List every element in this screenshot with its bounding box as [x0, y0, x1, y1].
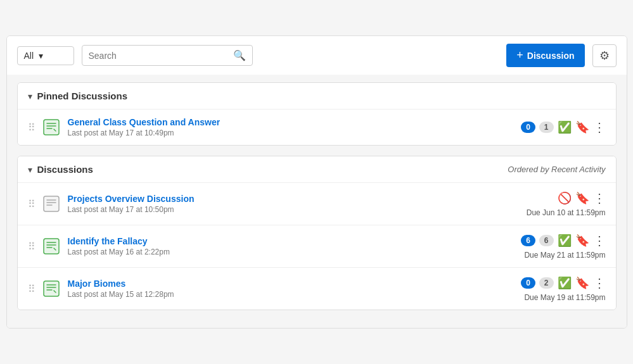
check-icon[interactable]: ✅: [558, 234, 572, 248]
list-item: ⠿ Major Biomes Last post at May 15 at 12…: [18, 267, 616, 310]
pinned-section: ▾ Pinned Discussions ⠿ General Class Que…: [17, 82, 617, 146]
plus-icon: +: [516, 49, 523, 62]
filter-selected-value: All: [24, 51, 34, 61]
action-row: 🚫 🔖 ⋮: [558, 191, 606, 206]
svg-rect-1: [44, 196, 59, 211]
reply-badge: 2: [539, 277, 554, 289]
discussions-section: ▾ Discussions Ordered by Recent Activity…: [17, 156, 617, 310]
list-item: ⠿ Projects Overview Discussion Last post…: [18, 182, 616, 225]
discussion-info: Major Biomes Last post at May 15 at 12:2…: [68, 279, 515, 299]
pinned-section-title: Pinned Discussions: [37, 91, 128, 101]
search-icon: 🔍: [233, 49, 246, 61]
new-discussion-button[interactable]: + Discussion: [506, 44, 584, 67]
drag-handle-icon[interactable]: ⠿: [28, 241, 35, 253]
search-box: 🔍: [82, 45, 253, 66]
settings-button[interactable]: ⚙: [592, 44, 617, 67]
reply-badge: 1: [539, 122, 554, 133]
svg-rect-0: [44, 120, 59, 135]
action-group: 0 1 ✅ 🔖 ⋮: [521, 120, 605, 135]
filter-dropdown[interactable]: All ▾: [17, 46, 74, 65]
discussion-type-icon: [41, 279, 61, 299]
action-group: 0 2 ✅ 🔖 ⋮ Due May 19 at 11:59pm: [521, 275, 605, 302]
search-input[interactable]: [89, 51, 228, 61]
more-options-icon[interactable]: ⋮: [593, 233, 606, 248]
action-group: 6 6 ✅ 🔖 ⋮ Due May 21 at 11:59pm: [521, 233, 605, 260]
pinned-title-group: ▾ Pinned Discussions: [28, 91, 128, 101]
chevron-down-icon: ▾: [39, 51, 43, 61]
svg-rect-2: [44, 239, 59, 254]
reply-badge: 6: [539, 235, 554, 246]
check-icon[interactable]: ✅: [558, 120, 572, 134]
bookmark-filled-icon[interactable]: 🔖: [575, 191, 589, 205]
discussions-section-header: ▾ Discussions Ordered by Recent Activity: [18, 156, 616, 182]
new-discussion-label: Discussion: [527, 51, 575, 61]
app-container: All ▾ 🔍 + Discussion ⚙ ▾ Pinned Discussi…: [6, 35, 627, 329]
collapse-icon[interactable]: ▾: [28, 91, 32, 101]
action-row: 6 6 ✅ 🔖 ⋮: [521, 233, 605, 248]
svg-rect-3: [44, 281, 59, 296]
list-item: ⠿ Identify the Fallacy Last post at May …: [18, 225, 616, 267]
discussion-meta: Last post at May 15 at 12:28pm: [68, 290, 515, 299]
discussion-type-icon: [41, 236, 61, 256]
due-date: Due May 21 at 11:59pm: [524, 251, 605, 260]
discussion-title[interactable]: General Class Question and Answer: [68, 117, 515, 127]
pinned-section-header: ▾ Pinned Discussions: [18, 83, 616, 109]
drag-handle-icon[interactable]: ⠿: [28, 283, 35, 295]
bookmark-outline-icon[interactable]: 🔖: [575, 276, 589, 290]
due-date: Due Jun 10 at 11:59pm: [527, 208, 606, 217]
more-options-icon[interactable]: ⋮: [593, 191, 606, 206]
bookmark-filled-icon[interactable]: 🔖: [575, 120, 589, 134]
more-options-icon[interactable]: ⋮: [593, 275, 606, 291]
action-row: 0 1 ✅ 🔖 ⋮: [521, 120, 605, 135]
action-row: 0 2 ✅ 🔖 ⋮: [521, 275, 605, 291]
drag-handle-icon[interactable]: ⠿: [28, 198, 35, 210]
unread-badge: 0: [521, 277, 535, 289]
no-symbol-icon[interactable]: 🚫: [558, 191, 572, 205]
unread-badge: 0: [521, 122, 535, 133]
discussion-meta: Last post at May 16 at 2:22pm: [68, 248, 515, 256]
due-date: Due May 19 at 11:59pm: [524, 293, 605, 302]
discussion-info: Projects Overview Discussion Last post a…: [68, 194, 520, 214]
discussion-title[interactable]: Identify the Fallacy: [68, 236, 515, 246]
discussions-title-group: ▾ Discussions: [28, 164, 93, 175]
discussion-title[interactable]: Major Biomes: [68, 279, 515, 289]
discussions-order-subtitle: Ordered by Recent Activity: [508, 165, 605, 174]
check-icon[interactable]: ✅: [558, 276, 572, 290]
discussions-section-title: Discussions: [37, 164, 93, 175]
discussion-info: General Class Question and Answer Last p…: [68, 117, 515, 137]
more-options-icon[interactable]: ⋮: [593, 120, 606, 135]
discussion-info: Identify the Fallacy Last post at May 16…: [68, 236, 515, 256]
list-item: ⠿ General Class Question and Answer Last…: [18, 109, 616, 145]
collapse-icon[interactable]: ▾: [28, 165, 32, 175]
discussion-title[interactable]: Projects Overview Discussion: [68, 194, 520, 204]
toolbar: All ▾ 🔍 + Discussion ⚙: [7, 36, 627, 75]
discussion-type-icon: [41, 117, 61, 137]
bookmark-outline-icon[interactable]: 🔖: [575, 234, 589, 248]
discussion-meta: Last post at May 17 at 10:49pm: [68, 129, 515, 137]
gear-icon: ⚙: [599, 49, 610, 63]
discussion-meta: Last post at May 17 at 10:50pm: [68, 205, 520, 214]
action-group: 🚫 🔖 ⋮ Due Jun 10 at 11:59pm: [527, 191, 606, 217]
unread-badge: 6: [521, 235, 535, 246]
drag-handle-icon[interactable]: ⠿: [28, 122, 35, 134]
discussion-type-icon: [41, 194, 61, 214]
main-content: ▾ Pinned Discussions ⠿ General Class Que…: [7, 75, 627, 328]
